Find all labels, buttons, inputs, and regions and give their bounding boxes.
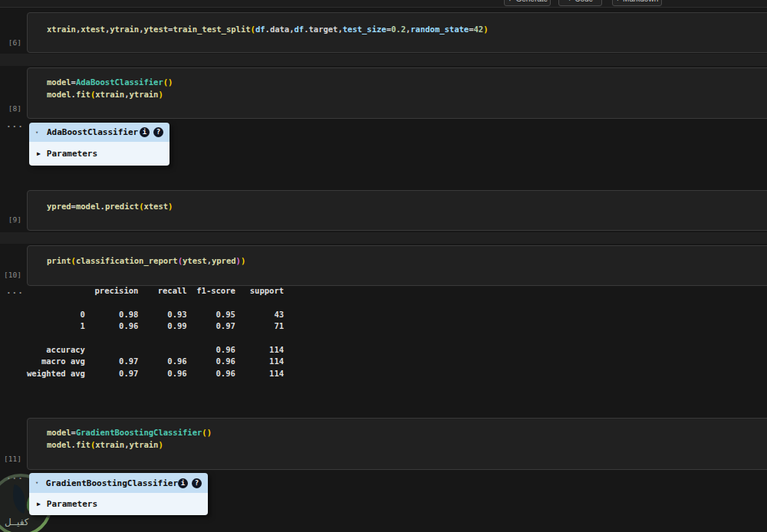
code-line: model.fit(xtrain,ytrain) [47, 439, 767, 452]
code-line: xtrain,xtest,ytrain,ytest=train_test_spl… [47, 24, 767, 36]
execution-count-10: [10] [0, 271, 21, 279]
chevron-right-icon: ▶ [37, 150, 41, 157]
watermark-text: كفيــل [5, 517, 29, 527]
sklearn-estimator-widget-gradientboosting: ▾ GradientBoostingClassifier i ? ▶ Param… [29, 473, 208, 515]
code-line: model=AdaBoostClassifier() [47, 77, 767, 89]
parameters-label: Parameters [47, 499, 97, 509]
sklearn-estimator-widget-adaboost: ▾ AdaBoostClassifier i ? ▶ Parameters [29, 123, 170, 166]
code-cell-10[interactable]: print(classification_report(ytest,ypred)… [27, 245, 767, 286]
help-icon[interactable]: ? [153, 127, 163, 137]
plus-icon: + [568, 0, 571, 3]
execution-count-11: [11] [0, 455, 21, 463]
output-collapse-indicator[interactable]: ... [6, 120, 24, 130]
notebook-screen: ✦ Generate + Code + Markdown xtrain,xtes… [0, 0, 767, 532]
chevron-down-icon[interactable]: ▾ [35, 480, 42, 486]
chevron-down-icon[interactable]: ▾ [35, 130, 43, 136]
code-editor[interactable]: model=AdaBoostClassifier()model.fit(xtra… [47, 77, 767, 100]
code-editor[interactable]: ypred=model.predict(xtest) [47, 201, 767, 213]
classification-report-output: precision recall f1-score support 0 0.98… [27, 285, 284, 379]
execution-count-6: [6] [0, 38, 21, 47]
execution-count-8: [8] [0, 104, 21, 113]
notebook-toolbar: ✦ Generate + Code + Markdown [0, 0, 767, 8]
info-icon[interactable]: i [140, 127, 150, 137]
code-cell-9[interactable]: ypred=model.predict(xtest) [27, 190, 767, 231]
output-collapse-indicator[interactable]: ... [6, 286, 24, 296]
estimator-title: GradientBoostingClassifier [46, 478, 178, 488]
cell-gap-band [0, 54, 767, 66]
add-markdown-cell-button[interactable]: + Markdown [612, 0, 662, 6]
chevron-right-icon: ▶ [37, 501, 41, 507]
code-line: model.fit(xtrain,ytrain) [47, 89, 767, 101]
estimator-header[interactable]: ▾ GradientBoostingClassifier i ? [29, 473, 208, 493]
info-icon[interactable]: i [178, 478, 188, 488]
code-cell-8[interactable]: model=AdaBoostClassifier()model.fit(xtra… [27, 67, 767, 119]
execution-count-9: [9] [0, 215, 21, 224]
code-line: print(classification_report(ytest,ypred)… [47, 255, 767, 268]
code-editor[interactable]: print(classification_report(ytest,ypred)… [47, 255, 767, 268]
code-editor[interactable]: model=GradientBoostingClassifier()model.… [47, 427, 767, 451]
code-cell-6[interactable]: xtrain,xtest,ytrain,ytest=train_test_spl… [27, 12, 767, 53]
code-line: model=GradientBoostingClassifier() [47, 427, 767, 439]
parameters-row[interactable]: ▶ Parameters [29, 142, 170, 166]
help-icon[interactable]: ? [192, 478, 202, 488]
add-code-cell-button[interactable]: + Code [558, 0, 602, 6]
estimator-title: AdaBoostClassifier [47, 127, 138, 137]
code-cell-11[interactable]: model=GradientBoostingClassifier()model.… [27, 418, 767, 470]
generate-button[interactable]: ✦ Generate [504, 0, 551, 6]
plus-icon: + [616, 0, 620, 3]
markdown-button-label: Markdown [623, 0, 658, 3]
generate-button-label: Generate [515, 0, 548, 3]
estimator-header[interactable]: ▾ AdaBoostClassifier i ? [29, 123, 170, 142]
cell-gap-band [0, 232, 767, 244]
parameters-row[interactable]: ▶ Parameters [29, 493, 208, 515]
code-editor[interactable]: xtrain,xtest,ytrain,ytest=train_test_spl… [47, 24, 767, 36]
parameters-label: Parameters [47, 149, 97, 159]
code-line: ypred=model.predict(xtest) [47, 201, 767, 213]
sparkle-icon: ✦ [507, 0, 513, 3]
code-button-label: Code [574, 0, 593, 3]
